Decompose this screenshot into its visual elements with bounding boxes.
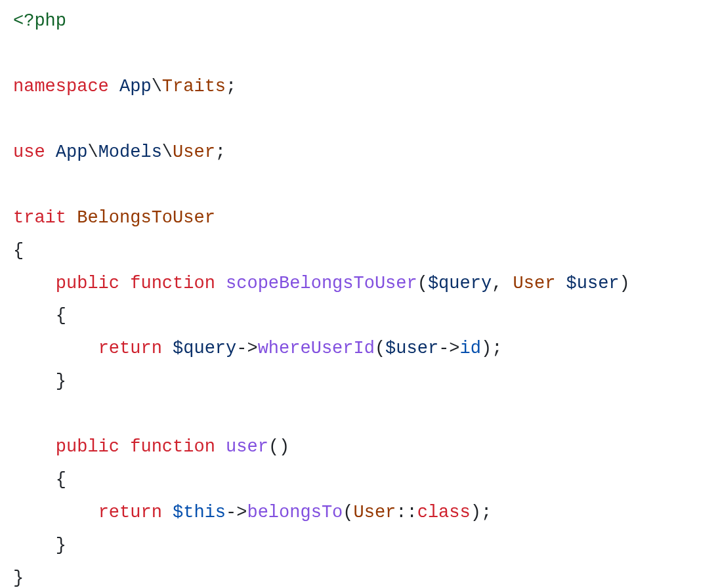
- code-token: {: [13, 306, 66, 326]
- code-token: id: [460, 339, 481, 358]
- code-token: return: [98, 339, 173, 358]
- code-token: {: [13, 470, 66, 490]
- code-token: [555, 274, 566, 293]
- code-token: public: [56, 437, 130, 457]
- code-token: ;: [215, 142, 226, 162]
- code-token: ->: [438, 339, 459, 358]
- code-token: $query: [428, 274, 492, 293]
- code-token: $user: [566, 274, 620, 293]
- code-token: [13, 437, 56, 457]
- code-token: (): [268, 437, 289, 457]
- code-token: whereUserId: [258, 339, 375, 358]
- code-line: <?php: [13, 11, 66, 31]
- code-token: <?php: [13, 11, 66, 31]
- code-token: }: [13, 371, 66, 391]
- code-token: }: [13, 568, 24, 588]
- code-token: $query: [173, 339, 236, 358]
- code-token: use: [13, 142, 56, 162]
- code-token: belongsTo: [247, 503, 343, 522]
- code-token: $user: [385, 339, 438, 358]
- code-line: public function scopeBelongsToUser($quer…: [13, 274, 630, 293]
- code-token: User: [173, 142, 215, 162]
- code-token: \: [87, 142, 98, 162]
- code-token: ->: [226, 503, 247, 522]
- code-token: User: [513, 274, 556, 293]
- code-token: ,: [492, 274, 513, 293]
- code-line: public function user(): [13, 437, 289, 457]
- code-token: ::: [396, 503, 417, 522]
- code-token: ;: [226, 77, 236, 96]
- code-token: (: [343, 503, 353, 522]
- code-token: function: [130, 437, 226, 457]
- code-token: User: [354, 503, 396, 522]
- code-token: Traits: [162, 77, 226, 96]
- code-token: class: [417, 503, 471, 522]
- code-line: {: [13, 306, 66, 326]
- code-token: \: [152, 77, 162, 96]
- code-token: );: [471, 503, 492, 522]
- code-token: [13, 339, 98, 358]
- code-token: namespace: [13, 77, 119, 96]
- code-line: use App\Models\User;: [13, 142, 226, 162]
- code-token: ): [620, 274, 630, 293]
- code-token: (: [417, 274, 428, 293]
- code-line: {: [13, 241, 24, 261]
- code-line: return $this->belongsTo(User::class);: [13, 503, 492, 522]
- code-token: scopeBelongsToUser: [226, 274, 417, 293]
- code-line: }: [13, 371, 66, 391]
- code-token: {: [13, 241, 24, 261]
- code-token: ->: [236, 339, 257, 358]
- code-line: namespace App\Traits;: [13, 77, 236, 96]
- code-line: }: [13, 536, 66, 555]
- code-line: return $query->whereUserId($user->id);: [13, 339, 502, 358]
- code-token: [13, 274, 56, 293]
- code-token: return: [98, 503, 173, 522]
- code-token: user: [226, 437, 268, 457]
- code-token: Models: [98, 142, 162, 162]
- code-line: trait BelongsToUser: [13, 208, 215, 228]
- code-token: [13, 503, 98, 522]
- code-token: App: [119, 77, 152, 96]
- code-block: <?php namespace App\Traits; use App\Mode…: [0, 0, 718, 588]
- code-token: function: [130, 274, 226, 293]
- code-line: }: [13, 568, 24, 588]
- code-token: );: [481, 339, 502, 358]
- code-token: BelongsToUser: [77, 208, 215, 228]
- code-token: trait: [13, 208, 77, 228]
- code-token: $this: [173, 503, 226, 522]
- code-token: (: [375, 339, 385, 358]
- code-token: public: [56, 274, 130, 293]
- code-token: \: [162, 142, 173, 162]
- code-token: }: [13, 536, 66, 555]
- code-line: {: [13, 470, 66, 490]
- code-token: App: [56, 142, 88, 162]
